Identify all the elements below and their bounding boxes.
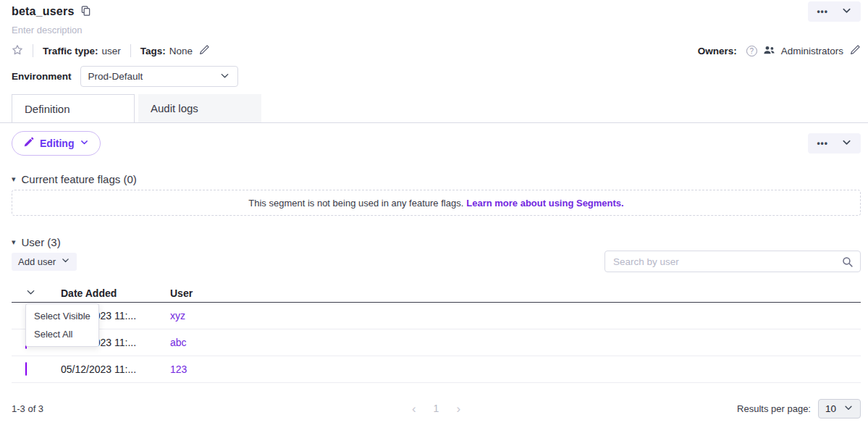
editing-row: Editing ••• [12,131,861,156]
tags-label: Tags: [140,46,166,56]
tab-audit-logs[interactable]: Audit logs [138,94,261,122]
environment-select[interactable]: Prod-Default [80,66,238,87]
chevron-down-icon [25,287,36,300]
divider [130,44,131,57]
user-cell: 123 [170,363,861,375]
learn-more-link[interactable]: Learn more about using Segments. [466,198,623,209]
tags-value: None [169,46,193,56]
search-icon [841,256,854,271]
table-row: 05/12/2023 11:... 123 [12,356,861,383]
traffic-type-label: Traffic type: [43,46,98,56]
empty-message: This segment is not being used in any fe… [248,198,463,209]
page-title: beta_users [12,5,75,18]
menu-item-select-visible[interactable]: Select Visible [26,307,98,325]
owners-group: Owners: ? Administrators [698,44,861,58]
select-menu-button[interactable] [25,287,40,300]
chevron-down-icon [841,137,852,150]
collapse-triangle-icon: ▾ [12,175,16,184]
tab-audit-logs-label: Audit logs [151,102,198,114]
results-per-page: Results per page: 10 [460,399,861,419]
results-per-page-select[interactable]: 10 [818,399,861,419]
prev-page-button[interactable]: ‹ [412,403,416,415]
environment-row: Environment Prod-Default [12,66,861,87]
search-wrap [604,251,861,272]
meta-row: Traffic type: user Tags: None Owners: ? … [12,44,861,57]
chevron-down-icon [843,403,854,415]
results-per-page-label: Results per page: [737,403,811,414]
segment-more-options-button[interactable]: ••• [817,139,828,148]
search-input[interactable] [604,251,861,272]
collapse-header-button[interactable] [841,5,852,18]
chevron-down-icon [219,70,230,83]
segment-detail-page: beta_users ••• Enter description Traffic… [0,0,868,433]
tabs-bar: Definition Audit logs [0,94,868,123]
user-cell: abc [170,337,861,348]
users-table-header: Date Added User [12,284,861,303]
column-header-user: User [170,287,861,299]
menu-item-select-all[interactable]: Select All [26,325,98,343]
users-controls-row: Add user [12,251,861,272]
feature-flags-empty-state: This segment is not being used in any fe… [12,190,861,216]
copy-name-button[interactable] [80,5,91,19]
table-row: 05/12/2023 11:... abc [12,329,861,356]
date-added-cell: 05/12/2023 11:... [61,363,170,375]
table-row: 05/12/2023 11:... xyz [12,303,861,329]
table-footer: 1-3 of 3 ‹ 1 › Results per page: 10 [12,398,861,419]
favorite-star-button[interactable] [12,44,23,58]
people-icon [763,45,775,57]
editing-label: Editing [40,138,74,149]
add-user-button[interactable]: Add user [12,253,77,271]
users-section-header[interactable]: ▾ User (3) [12,236,861,248]
description-placeholder[interactable]: Enter description [12,25,861,35]
collapse-toolbar-button[interactable] [841,137,852,150]
results-range: 1-3 of 3 [12,403,412,414]
star-icon [12,44,23,58]
row-checkbox[interactable] [25,362,27,376]
results-per-page-value: 10 [825,403,836,414]
user-link[interactable]: abc [170,337,187,348]
tab-content: Editing ••• ▾ Current feature flags (0) … [0,131,868,419]
user-cell: xyz [170,310,861,321]
add-user-label: Add user [18,256,56,267]
chevron-down-icon [61,256,70,267]
user-link[interactable]: xyz [170,310,185,321]
user-link[interactable]: 123 [170,363,187,375]
users-table: Date Added User 05/12/2023 11:... xyz 05… [12,284,861,383]
chevron-down-icon [80,138,89,149]
help-icon[interactable]: ? [746,46,757,56]
pagination: ‹ 1 › [412,403,460,415]
column-header-date-added: Date Added [61,287,170,299]
select-dropdown-menu: Select Visible Select All [25,303,99,347]
tab-definition[interactable]: Definition [12,94,135,122]
edit-owners-button[interactable] [849,44,861,58]
feature-flags-section-header[interactable]: ▾ Current feature flags (0) [12,173,861,185]
copy-icon [80,5,91,19]
page-header: beta_users ••• Enter description Traffic… [0,0,868,87]
feature-flags-section-title: Current feature flags (0) [22,173,137,185]
chevron-down-icon [841,5,852,18]
divider [33,44,33,57]
collapse-triangle-icon: ▾ [12,237,16,247]
pencil-icon [198,44,210,58]
traffic-type-value: user [102,46,121,56]
owners-value: Administrators [781,46,843,56]
title-row: beta_users ••• [12,4,861,20]
segment-actions: ••• [808,133,861,154]
environment-selected-value: Prod-Default [88,71,219,82]
editing-mode-button[interactable]: Editing [12,131,101,156]
tab-definition-label: Definition [25,103,70,115]
page-number[interactable]: 1 [434,403,439,414]
more-options-button[interactable]: ••• [817,7,828,16]
owners-label: Owners: [698,46,737,56]
edit-tags-button[interactable] [198,44,210,58]
users-section-title: User (3) [22,236,61,248]
pencil-icon [849,44,861,58]
pencil-icon [23,137,34,150]
environment-label: Environment [12,71,72,82]
header-actions: ••• [808,1,861,22]
